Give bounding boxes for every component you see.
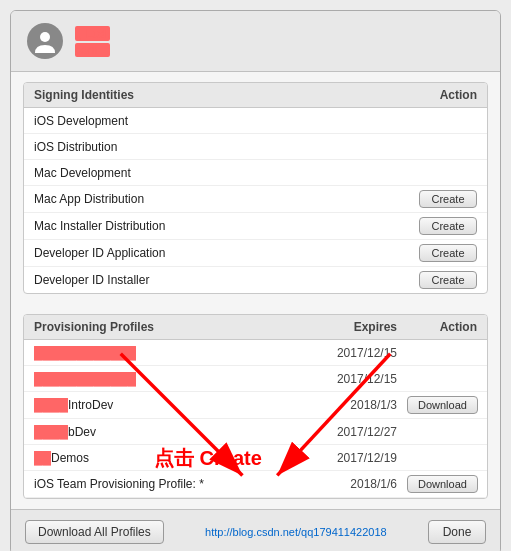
prov-row-name: ██Demos (34, 451, 317, 465)
prov-row-action: Download (407, 475, 477, 493)
table-row: Developer ID Application Create (24, 240, 487, 267)
table-row: Mac Installer Distribution Create (24, 213, 487, 240)
header-info: ., Ltd. com (75, 26, 110, 57)
row-dev-id-installer: Developer ID Installer (34, 273, 419, 287)
prov-action-col-header: Action (407, 320, 477, 334)
download-introdev-button[interactable]: Download (407, 396, 478, 414)
row-mac-installer-dist: Mac Installer Distribution (34, 219, 419, 233)
prov-row-name: iOS Team Provisioning Profile: * (34, 477, 317, 491)
prov-row-action: Download (407, 396, 477, 414)
provisioning-section: Provisioning Profiles Expires Action ███… (23, 314, 488, 499)
signing-action-col: Action (440, 88, 477, 102)
redacted-label: ████ (34, 425, 68, 439)
provisioning-title: Provisioning Profiles (34, 320, 317, 334)
table-row: ████████████ 2017/12/15 (24, 366, 487, 392)
row-dev-id-app: Developer ID Application (34, 246, 419, 260)
email: com (75, 43, 110, 57)
avatar (27, 23, 63, 59)
row-ios-dist: iOS Distribution (34, 140, 477, 154)
table-row: iOS Distribution (24, 134, 487, 160)
prov-row-expires: 2017/12/19 (317, 451, 397, 465)
redacted-label: ████ (34, 398, 68, 412)
prov-row-name: ████████████ (34, 372, 317, 386)
redacted-label: ████████████ (34, 346, 136, 360)
download-all-profiles-button[interactable]: Download All Profiles (25, 520, 164, 544)
table-row: Mac App Distribution Create (24, 186, 487, 213)
row-mac-app-dist: Mac App Distribution (34, 192, 419, 206)
footer: Download All Profiles http://blog.csdn.n… (11, 509, 500, 551)
table-row: ████bDev 2017/12/27 (24, 419, 487, 445)
table-row: iOS Team Provisioning Profile: * 2018/1/… (24, 471, 487, 498)
prov-row-name: ████IntroDev (34, 398, 317, 412)
expires-col-header: Expires (317, 320, 397, 334)
create-mac-installer-dist-button[interactable]: Create (419, 217, 477, 235)
redacted-label: ██ (34, 451, 51, 465)
signing-identities-section: Signing Identities Action iOS Developmen… (23, 82, 488, 294)
table-row: Mac Development (24, 160, 487, 186)
prov-row-name: ████bDev (34, 425, 317, 439)
provisioning-header: Provisioning Profiles Expires Action (24, 315, 487, 340)
prov-row-expires: 2017/12/27 (317, 425, 397, 439)
create-dev-id-app-button[interactable]: Create (419, 244, 477, 262)
download-ios-team-button[interactable]: Download (407, 475, 478, 493)
done-button[interactable]: Done (428, 520, 486, 544)
prov-row-expires: 2018/1/3 (317, 398, 397, 412)
svg-point-0 (40, 32, 50, 42)
row-mac-dev: Mac Development (34, 166, 477, 180)
company-name: ., Ltd. (75, 26, 110, 41)
create-dev-id-installer-button[interactable]: Create (419, 271, 477, 289)
footer-url: http://blog.csdn.net/qq179411422018 (205, 526, 387, 538)
table-row: ████IntroDev 2018/1/3 Download (24, 392, 487, 419)
main-window: ., Ltd. com Signing Identities Action iO… (10, 10, 501, 551)
prov-row-expires: 2018/1/6 (317, 477, 397, 491)
table-row: iOS Development (24, 108, 487, 134)
table-row: ██Demos 2017/12/19 (24, 445, 487, 471)
table-row: ████████████ 2017/12/15 (24, 340, 487, 366)
prov-row-expires: 2017/12/15 (317, 346, 397, 360)
header-section: ., Ltd. com (11, 11, 500, 72)
table-row: Developer ID Installer Create (24, 267, 487, 293)
prov-row-expires: 2017/12/15 (317, 372, 397, 386)
prov-row-name: ████████████ (34, 346, 317, 360)
create-mac-app-dist-button[interactable]: Create (419, 190, 477, 208)
row-ios-dev: iOS Development (34, 114, 477, 128)
signing-section-header: Signing Identities Action (24, 83, 487, 108)
signing-title: Signing Identities (34, 88, 134, 102)
redacted-label: ████████████ (34, 372, 136, 386)
